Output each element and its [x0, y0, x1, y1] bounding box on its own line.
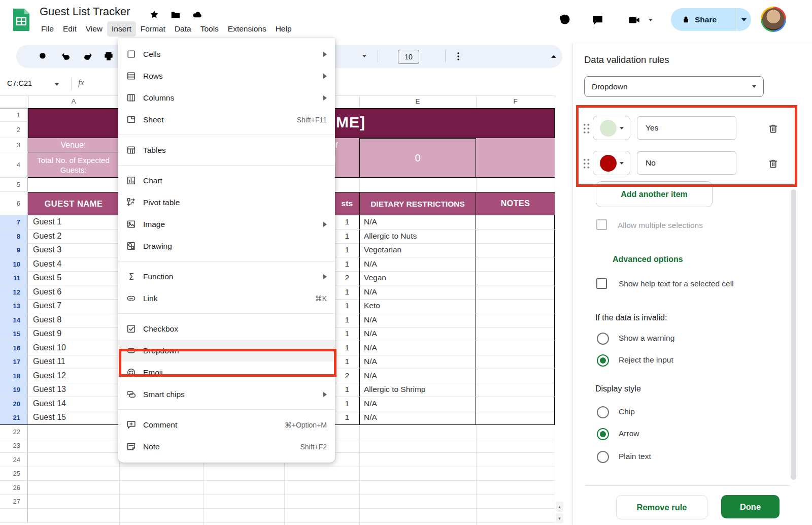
menu-item-drawing[interactable]: Drawing [118, 235, 335, 257]
menubar-item-insert[interactable]: Insert [107, 21, 136, 37]
menu-item-note[interactable]: Note Shift+F2 [118, 436, 335, 457]
version-history-icon[interactable] [558, 13, 571, 27]
menu-item-columns[interactable]: Columns [118, 87, 335, 109]
menu-item-link[interactable]: Link ⌘K [118, 287, 335, 309]
expected-guests-label-cell[interactable]: Total No. of Expected Guests: [28, 152, 119, 178]
notes-cell[interactable] [476, 257, 555, 271]
advanced-options-link[interactable]: Advanced options [613, 255, 683, 264]
undo-icon[interactable] [60, 51, 72, 62]
notes-cell[interactable] [476, 215, 555, 229]
dietary-cell[interactable]: N/A [359, 215, 476, 229]
row-header[interactable]: 26 [0, 481, 28, 495]
notes-cell[interactable] [476, 425, 555, 439]
font-dropdown-caret[interactable] [362, 55, 366, 57]
row-header[interactable]: 20 [0, 397, 28, 411]
dietary-cell[interactable]: N/A [359, 327, 476, 341]
dietary-cell[interactable] [359, 481, 476, 495]
font-size-input[interactable]: 10 [398, 50, 419, 64]
dietary-cell[interactable]: N/A [359, 341, 476, 355]
dietary-cell[interactable]: Vegetarian [359, 243, 476, 257]
dietary-cell[interactable]: Allergic to Nuts [359, 229, 476, 243]
drag-handle-icon[interactable] [582, 122, 590, 134]
table-row[interactable] [0, 509, 555, 523]
cloud-status-icon[interactable] [192, 9, 203, 20]
notes-cell[interactable] [476, 495, 555, 508]
row-header[interactable]: 9 [0, 243, 28, 257]
row-header[interactable]: 13 [0, 299, 28, 313]
share-button-main[interactable]: Share [671, 15, 736, 24]
dietary-cell[interactable]: N/A [359, 355, 476, 369]
row-header[interactable]: 27 [0, 495, 28, 508]
menubar-item-extensions[interactable]: Extensions [223, 21, 271, 37]
scroll-down-button[interactable]: ▼ [556, 513, 563, 523]
notes-cell[interactable] [476, 481, 555, 495]
row-header[interactable]: 17 [0, 355, 28, 369]
row-header[interactable]: 19 [0, 383, 28, 397]
notes-header[interactable]: NOTES [476, 192, 555, 215]
menubar-item-data[interactable]: Data [170, 21, 196, 37]
dietary-cell[interactable] [359, 439, 476, 452]
row-header[interactable]: 11 [0, 271, 28, 285]
dietary-cell[interactable] [359, 467, 476, 480]
venue-label-cell[interactable]: Venue: [28, 138, 119, 152]
menu-item-tables[interactable]: Tables [118, 139, 335, 161]
row-header[interactable]: 3 [0, 138, 28, 152]
redo-icon[interactable] [82, 51, 93, 62]
column-header-F[interactable]: F [476, 95, 555, 108]
color-chip-button[interactable] [593, 151, 630, 175]
menubar-item-help[interactable]: Help [271, 21, 296, 37]
guest-name-cell[interactable]: Guest 13 [28, 383, 119, 397]
row-header[interactable]: 15 [0, 327, 28, 341]
comments-icon[interactable] [591, 13, 604, 27]
menubar-item-edit[interactable]: Edit [58, 21, 81, 37]
guest-name-cell[interactable] [28, 495, 119, 508]
name-box[interactable]: C7:C21 [7, 79, 32, 87]
guest-name-cell[interactable]: Guest 5 [28, 271, 119, 285]
avatar[interactable] [761, 7, 786, 32]
row-header[interactable]: 8 [0, 229, 28, 243]
share-button[interactable]: Share [671, 8, 751, 31]
menubar-item-format[interactable]: Format [136, 21, 170, 37]
menu-item-smart-chips[interactable]: Smart chips [118, 383, 335, 405]
guest-name-cell[interactable]: Guest 14 [28, 397, 119, 411]
column-header-E[interactable]: E [359, 95, 477, 108]
radio-icon[interactable] [597, 451, 609, 463]
row-header[interactable]: 24 [0, 453, 28, 467]
row-header[interactable]: 23 [0, 439, 28, 452]
dietary-cell[interactable]: Vegan [359, 271, 476, 285]
more-options-icon[interactable] [453, 51, 464, 62]
document-title[interactable]: Guest List Tracker [40, 5, 130, 18]
menu-item-chart[interactable]: Chart [118, 170, 335, 191]
dietary-cell[interactable]: N/A [359, 313, 476, 327]
guest-name-cell[interactable]: Guest 12 [28, 369, 119, 383]
row-header[interactable]: 16 [0, 341, 28, 355]
row-header[interactable]: 7 [0, 215, 28, 229]
notes-cell[interactable] [476, 229, 555, 243]
item-value-input[interactable] [637, 116, 736, 140]
notes-cell[interactable] [476, 271, 555, 285]
star-icon[interactable] [149, 9, 160, 20]
guest-name-cell[interactable]: Guest 8 [28, 313, 119, 327]
guest-name-cell[interactable] [28, 509, 119, 522]
allow-multiple-checkbox[interactable] [596, 219, 607, 230]
guest-name-cell[interactable]: Guest 10 [28, 341, 119, 355]
menu-item-pivot-table[interactable]: Pivot table [118, 191, 335, 213]
guest-name-cell[interactable]: Guest 3 [28, 243, 119, 257]
menu-item-rows[interactable]: Rows [118, 65, 335, 87]
panel-scrollbar[interactable] [791, 189, 796, 480]
notes-cell[interactable] [476, 509, 555, 522]
dietary-cell[interactable] [359, 425, 476, 439]
name-box-caret[interactable] [55, 83, 59, 86]
notes-cell[interactable] [476, 467, 555, 480]
row-header[interactable]: 12 [0, 285, 28, 299]
guest-name-cell[interactable] [28, 467, 119, 480]
sheet-vertical-scrollbar[interactable]: ▲ ▼ [555, 95, 564, 525]
done-button[interactable]: Done [721, 495, 780, 518]
row-header[interactable]: 25 [0, 467, 28, 480]
guest-name-cell[interactable] [28, 425, 119, 439]
notes-cell[interactable] [476, 355, 555, 369]
guest-name-cell[interactable]: Guest 6 [28, 285, 119, 299]
table-row[interactable]: 25 [0, 467, 555, 481]
guest-name-cell[interactable]: Guest 11 [28, 355, 119, 369]
menu-item-comment[interactable]: Comment ⌘+Option+M [118, 414, 335, 436]
